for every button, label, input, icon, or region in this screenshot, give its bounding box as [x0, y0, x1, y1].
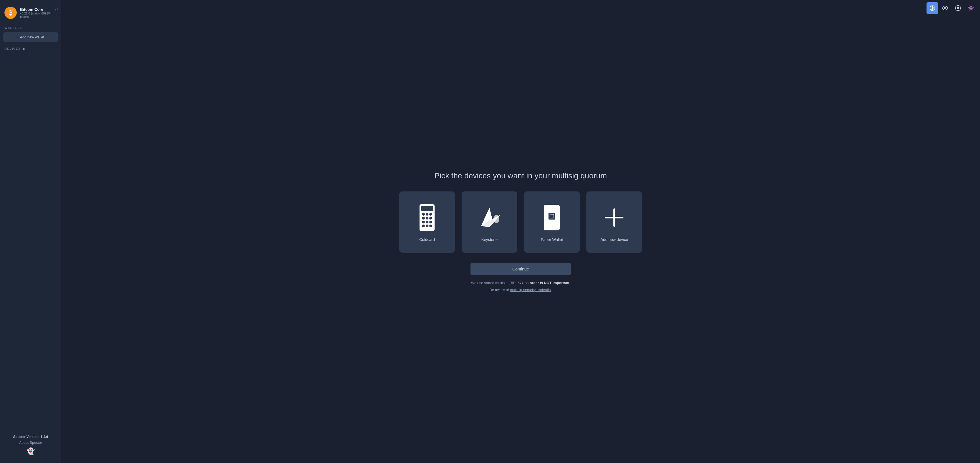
svg-rect-6	[421, 206, 433, 211]
svg-point-4	[957, 7, 959, 9]
sidebar: ₿ Bitcoin Core v0.21.0 (main): 689194 bl…	[0, 0, 61, 463]
device-cards-container: Coldcard Keystone	[399, 192, 642, 253]
info-text: We use sorted multisig (BIP–67), so orde…	[471, 281, 571, 285]
bitcoin-core-version: v0.21.0 (main): 689194 blocks	[20, 12, 57, 18]
tradeoffs-link[interactable]: multisig security tradeoffs	[510, 288, 550, 292]
page-title: Pick the devices you want in your multis…	[434, 171, 607, 180]
coldcard-card[interactable]: Coldcard	[399, 192, 455, 253]
info-text-prefix: We use sorted multisig (BIP–67), so	[471, 281, 530, 285]
svg-point-10	[422, 217, 425, 220]
about-specter-link[interactable]: About Specter	[5, 441, 57, 445]
wallets-section-label: WALLETS	[0, 23, 61, 31]
add-wallet-button[interactable]: + Add new wallet	[3, 32, 58, 42]
svg-point-0	[932, 7, 933, 9]
svg-point-12	[429, 217, 432, 220]
coldcard-icon	[415, 202, 439, 233]
coldcard-label: Coldcard	[419, 237, 435, 242]
svg-point-8	[426, 213, 428, 216]
hide-button[interactable]	[939, 2, 951, 14]
devices-label: DEVICES	[5, 47, 21, 50]
app-layout: ₿ Bitcoin Core v0.21.0 (main): 689194 bl…	[0, 0, 980, 463]
tradeoffs-text: Be aware of multisig security tradeoffs.	[490, 288, 552, 292]
btc-info: Bitcoin Core v0.21.0 (main): 689194 bloc…	[20, 7, 57, 18]
paper-wallet-icon	[539, 202, 565, 233]
version-label: Specter Version:	[13, 435, 40, 439]
add-device-icon	[602, 202, 627, 233]
add-new-device-label: Add new device	[601, 237, 628, 242]
keystone-label: Keystone	[481, 237, 498, 242]
svg-point-3	[944, 7, 946, 9]
tor-button[interactable]	[926, 2, 938, 14]
bitcoin-logo: ₿	[5, 7, 17, 19]
continue-button[interactable]: Continue	[471, 263, 571, 275]
svg-point-17	[426, 225, 428, 227]
svg-rect-24	[550, 214, 554, 218]
info-text-bold: order is NOT important.	[530, 281, 570, 285]
tradeoffs-prefix: Be aware of	[490, 288, 510, 292]
keystone-card[interactable]: Keystone	[461, 192, 517, 253]
ghost-icon: 👻	[5, 447, 57, 455]
bitcoin-core-header: ₿ Bitcoin Core v0.21.0 (main): 689194 bl…	[0, 5, 61, 23]
svg-point-16	[422, 225, 425, 227]
svg-point-13	[422, 220, 425, 224]
paper-wallet-card[interactable]: Paper Wallet	[524, 192, 580, 253]
settings-button[interactable]	[952, 2, 964, 14]
add-new-device-card[interactable]: Add new device	[586, 192, 642, 253]
devices-section[interactable]: DEVICES ▶	[0, 45, 61, 52]
svg-point-9	[429, 213, 432, 216]
svg-point-14	[426, 220, 428, 224]
btc-symbol: ₿	[9, 9, 12, 16]
svg-point-7	[422, 213, 425, 216]
devices-expand-icon: ▶	[23, 47, 26, 50]
top-bar: 👾	[923, 0, 980, 16]
paper-wallet-label: Paper Wallet	[541, 237, 563, 242]
main-content: Pick the devices you want in your multis…	[61, 0, 980, 463]
user-button[interactable]: 👾	[965, 2, 977, 14]
sidebar-footer: Specter Version: 1.4.6 About Specter 👻	[0, 431, 61, 458]
bitcoin-core-name: Bitcoin Core	[20, 7, 57, 12]
tradeoffs-suffix: .	[551, 288, 552, 292]
svg-point-15	[429, 220, 432, 224]
sync-icon[interactable]: ⇄	[54, 7, 58, 12]
svg-point-11	[426, 217, 428, 220]
svg-point-18	[429, 225, 432, 227]
keystone-icon	[477, 202, 502, 233]
specter-version: Specter Version: 1.4.6	[5, 435, 57, 439]
version-number: 1.4.6	[41, 435, 48, 439]
